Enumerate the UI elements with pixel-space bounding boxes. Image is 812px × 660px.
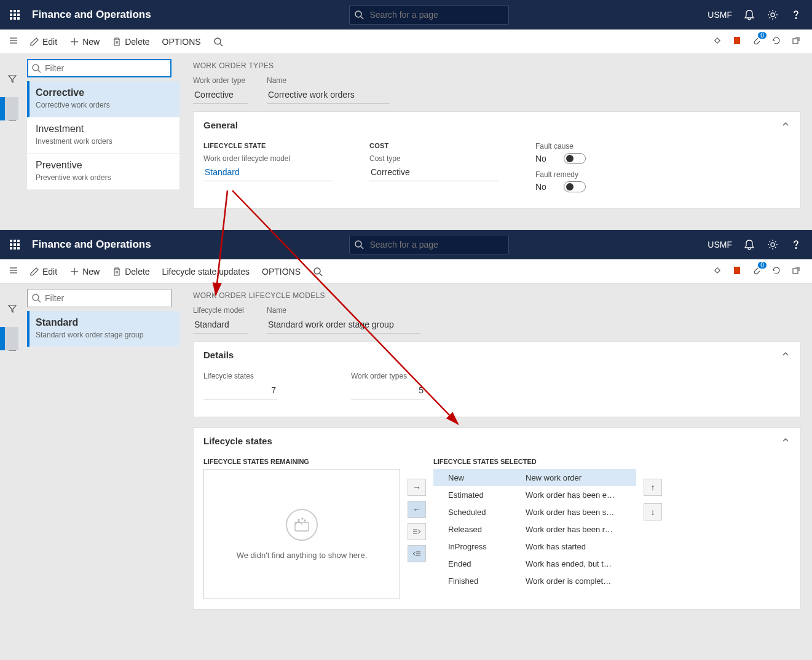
diamond-icon[interactable]: [712, 36, 722, 47]
lifecycle-states-card: Lifecycle states LIFECYCLE STATES REMAIN…: [193, 427, 801, 610]
general-header[interactable]: General: [194, 112, 800, 138]
fault-cause-toggle[interactable]: [564, 153, 586, 164]
svg-point-0: [355, 11, 361, 17]
move-down-button[interactable]: ↓: [644, 503, 662, 521]
global-search[interactable]: [349, 235, 509, 254]
search-input[interactable]: [349, 5, 509, 25]
edit-button[interactable]: Edit: [23, 259, 63, 284]
help-icon[interactable]: [790, 9, 802, 21]
app-title: Finance and Operations: [32, 9, 151, 21]
lifecycle-states-header[interactable]: Lifecycle states: [194, 428, 800, 454]
sidebar-item[interactable]: PreventivePreventive work orders: [27, 154, 179, 190]
badge-count: 0: [758, 262, 767, 269]
lifecycle-state-row[interactable]: FinishedWork order is complet…: [433, 572, 636, 589]
top-navbar: Finance and Operations USMF: [0, 0, 812, 29]
waffle-icon[interactable]: [5, 5, 25, 25]
page-heading: WORK ORDER TYPES: [193, 61, 801, 70]
general-title: General: [203, 120, 238, 130]
help-icon[interactable]: [790, 238, 802, 251]
svg-rect-12: [734, 37, 740, 44]
gear-icon[interactable]: [767, 9, 779, 21]
search-input[interactable]: [349, 235, 509, 254]
sidebar: StandardStandard work order stage group: [25, 284, 182, 660]
attachments-icon[interactable]: 0: [752, 36, 762, 47]
office-icon[interactable]: [732, 36, 742, 47]
sidebar-item-title: Investment: [36, 124, 171, 135]
hdr-value-type[interactable]: Corrective: [193, 88, 248, 104]
lifecycle-state-row[interactable]: ScheduledWork order has been s…: [433, 503, 636, 521]
sidebar-item-sub: Corrective work orders: [36, 101, 171, 109]
move-all-left-button[interactable]: [408, 545, 426, 562]
state-desc: Work order has been s…: [526, 508, 636, 517]
waffle-icon[interactable]: [5, 235, 25, 254]
delete-button[interactable]: Delete: [106, 259, 156, 284]
lifecycle-label: Work order lifecycle model: [203, 154, 333, 163]
global-search[interactable]: [349, 5, 509, 25]
general-card: General LIFECYCLE STATE Work order lifec…: [193, 111, 801, 209]
svg-rect-32: [793, 269, 798, 273]
svg-point-19: [355, 241, 361, 247]
popout-icon[interactable]: [791, 265, 801, 277]
delete-button[interactable]: Delete: [106, 29, 156, 54]
company-code[interactable]: USMF: [708, 240, 732, 249]
svg-point-39: [298, 519, 299, 521]
filter-input[interactable]: [27, 289, 171, 307]
fault-cause-label: Fault cause: [535, 142, 664, 151]
cost-value[interactable]: Corrective: [369, 165, 499, 181]
edit-button[interactable]: Edit: [23, 29, 63, 54]
lifecycle-state-row[interactable]: InProgressWork has started: [433, 538, 636, 555]
hdr-value-name[interactable]: Corrective work orders: [267, 88, 390, 104]
funnel-icon[interactable]: [0, 299, 25, 318]
refresh-icon[interactable]: [771, 36, 781, 47]
diamond-icon[interactable]: [712, 265, 722, 277]
sidebar-item-sub: Standard work order stage group: [36, 331, 171, 339]
hdr-value-name[interactable]: Standard work order stage group: [267, 318, 420, 334]
popout-icon[interactable]: [791, 36, 801, 47]
refresh-icon[interactable]: [771, 265, 781, 277]
gear-icon[interactable]: [767, 238, 779, 251]
funnel-icon[interactable]: [0, 69, 25, 88]
lifecycle-state-row[interactable]: EndedWork has ended, but t…: [433, 555, 636, 572]
search-icon: [31, 63, 41, 75]
options-button[interactable]: OPTIONS: [256, 259, 307, 284]
states-label: Lifecycle states: [203, 372, 277, 380]
move-all-right-button[interactable]: [408, 523, 426, 540]
sidebar-item[interactable]: CorrectiveCorrective work orders: [27, 81, 179, 117]
state-code: Estimated: [433, 490, 526, 500]
hdr-value-model[interactable]: Standard: [193, 318, 248, 334]
lifecycle-state-row[interactable]: NewNew work order: [433, 469, 636, 486]
svg-line-29: [320, 273, 322, 276]
filter-input[interactable]: [27, 59, 171, 77]
svg-line-20: [361, 246, 363, 249]
badge-count: 0: [758, 32, 767, 39]
office-icon[interactable]: [732, 265, 742, 277]
lifecycle-state-row[interactable]: ReleasedWork order has been r…: [433, 521, 636, 538]
new-button[interactable]: New: [63, 29, 106, 54]
move-up-button[interactable]: ↑: [644, 479, 662, 496]
state-code: Released: [433, 525, 526, 534]
new-button[interactable]: New: [63, 259, 106, 284]
options-button[interactable]: OPTIONS: [156, 29, 207, 54]
move-left-button[interactable]: ←: [408, 501, 426, 518]
nav-rail-toggle[interactable]: [4, 36, 23, 47]
app-title: Finance and Operations: [32, 238, 151, 251]
fault-remedy-label: Fault remedy: [535, 170, 664, 179]
sidebar-item[interactable]: InvestmentInvestment work orders: [27, 117, 179, 154]
left-icon-rail: [0, 284, 25, 660]
filter-action-icon[interactable]: [207, 29, 229, 54]
bell-icon[interactable]: [743, 9, 755, 21]
company-code[interactable]: USMF: [708, 10, 732, 20]
details-header[interactable]: Details: [194, 342, 800, 368]
lifecycle-state-row[interactable]: EstimatedWork order has been e…: [433, 486, 636, 503]
lifecycle-value[interactable]: Standard: [203, 165, 333, 181]
lifecycle-updates-button[interactable]: Lifecycle state updates: [156, 259, 256, 284]
attachments-icon[interactable]: 0: [752, 265, 762, 277]
sidebar-item[interactable]: StandardStandard work order stage group: [27, 311, 179, 347]
state-desc: New work order: [526, 473, 636, 482]
move-right-button[interactable]: →: [408, 479, 426, 496]
nav-rail-toggle[interactable]: [4, 265, 23, 277]
fault-remedy-toggle[interactable]: [564, 181, 586, 192]
bell-icon[interactable]: [743, 238, 755, 251]
filter-action-icon[interactable]: [307, 259, 329, 284]
svg-point-22: [795, 248, 797, 249]
